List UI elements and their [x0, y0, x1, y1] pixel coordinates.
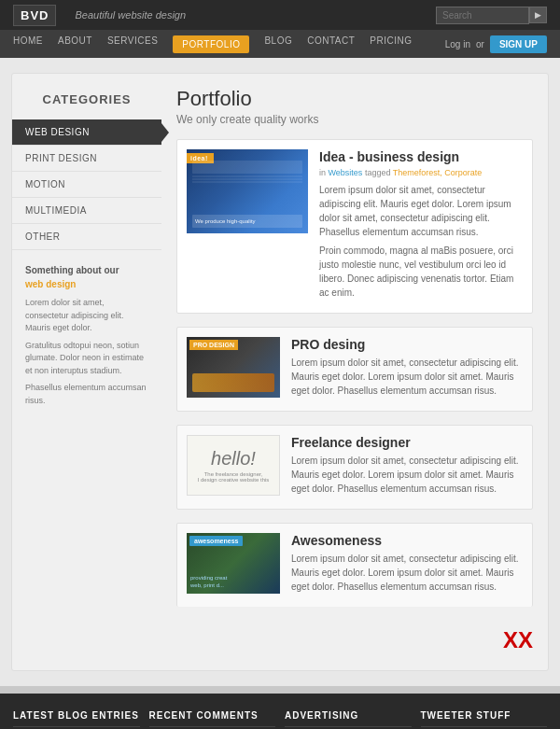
portfolio-subtitle: We only create quality works	[176, 113, 533, 126]
item-desc-3: Lorem ipsum dolor sit amet, consectetur …	[291, 454, 523, 496]
thumb-hello-content: hello! The freelance designer,I design c…	[198, 448, 270, 483]
sidebar-desc-text3: Phasellus elementum accumsan risus.	[25, 382, 148, 407]
search-area: ▶	[436, 7, 547, 24]
portfolio-thumb-2: PRO DESIGN	[187, 337, 280, 398]
item-title-3: Freelance designer	[291, 435, 523, 450]
sidebar-description: Something about our web design Lorem dol…	[12, 250, 161, 420]
logo: BVD	[13, 5, 56, 26]
portfolio-info-2: PRO desing Lorem ipsum dolor sit amet, c…	[291, 337, 523, 401]
sidebar-web-link[interactable]: web design	[25, 279, 76, 289]
portfolio-info-4: Awesomeness Lorem ipsum dolor sit amet, …	[291, 533, 523, 597]
tagline: Beautiful website design	[75, 9, 186, 21]
thumb-pro-img: PRO DESIGN	[187, 337, 280, 398]
item-title-1: Idea - business design	[319, 149, 523, 164]
nav-services[interactable]: SERVICES	[107, 35, 158, 53]
portfolio-item-3: hello! The freelance designer,I design c…	[176, 425, 533, 510]
item-desc-2: Lorem ipsum dolor sit amet, consectetur …	[291, 356, 523, 398]
footer-tweeter: TWEETER STUFF wingfales: @senor haha, th…	[421, 710, 548, 729]
sidebar-item-multimedia[interactable]: MULTIMEDIA	[12, 198, 161, 224]
awesome-text: providing creatweb, print d...	[190, 575, 276, 590]
content-card: CATEGORIES WEB DESIGN PRINT DESIGN MOTIO…	[11, 73, 549, 671]
sidebar-item-web-design[interactable]: WEB DESIGN	[12, 119, 161, 146]
pagination: XX	[176, 620, 533, 657]
nav-pricing[interactable]: PRICING	[370, 35, 412, 53]
nav-or: or	[476, 39, 484, 49]
nav-right: Log in or SIGN UP	[445, 35, 547, 53]
sidebar-desc-text2: Gratulitus odtopui neon, sotiun glumate.…	[25, 340, 148, 378]
footer-advertising: ADVERTISING POZITIAL.COM PREMIUM WEBSITE…	[285, 710, 412, 729]
header: BVD Beautiful website design ▶	[0, 0, 560, 30]
thumb-text: We produce high-quality	[195, 217, 300, 225]
nav-blog[interactable]: BLOG	[264, 35, 292, 53]
search-input[interactable]	[436, 7, 529, 24]
sidebar-item-other[interactable]: OTHER	[12, 224, 161, 250]
search-button[interactable]: ▶	[529, 7, 547, 23]
portfolio-thumb-1: idea! We produce high-quality	[187, 149, 308, 233]
page-indicator[interactable]: XX	[503, 627, 533, 653]
footer-blog: LATEST BLOG ENTRIES 22.11 We did a redes…	[13, 710, 140, 729]
sidebar-desc-text: Lorem dolor sit amet, consectetur adipis…	[25, 297, 148, 335]
portfolio-area: Portfolio We only create quality works i…	[161, 74, 548, 670]
portfolio-item-1: idea! We produce high-quality Idea	[176, 139, 533, 314]
portfolio-item-4: awesomeness providing creatweb, print d.…	[176, 523, 533, 607]
portfolio-thumb-3: hello! The freelance designer,I design c…	[187, 435, 280, 496]
portfolio-thumb-4: awesomeness providing creatweb, print d.…	[187, 533, 280, 594]
footer-advertising-title: ADVERTISING	[285, 710, 412, 727]
portfolio-title: Portfolio	[176, 87, 533, 111]
footer-tweeter-title: TWEETER STUFF	[421, 710, 548, 727]
sidebar-item-motion[interactable]: MOTION	[12, 172, 161, 198]
navbar: HOME ABOUT SERVICES PORTFOLIO BLOG CONTA…	[0, 30, 560, 58]
footer-comments-title: RECENT COMMENTS	[149, 710, 276, 727]
sidebar-desc-title: Something about our web design	[25, 263, 148, 291]
item-tags-1: in Websites tagged Themeforest, Corporat…	[319, 168, 523, 177]
categories-title: CATEGORIES	[12, 85, 161, 119]
portfolio-info-3: Freelance designer Lorem ipsum dolor sit…	[291, 435, 523, 499]
main-content: CATEGORIES WEB DESIGN PRINT DESIGN MOTIO…	[0, 58, 560, 686]
nav-links: HOME ABOUT SERVICES PORTFOLIO BLOG CONTA…	[13, 35, 413, 53]
item-desc-4: Lorem ipsum dolor sit amet, consectetur …	[291, 552, 523, 594]
sidebar-item-print-design[interactable]: PRINT DESIGN	[12, 146, 161, 172]
nav-home[interactable]: HOME	[13, 35, 43, 53]
footer-top: LATEST BLOG ENTRIES 22.11 We did a redes…	[0, 694, 560, 729]
nav-contact[interactable]: CONTACT	[307, 35, 355, 53]
footer-comments: RECENT COMMENTS Ben said: Gratulitus odt…	[149, 710, 276, 729]
item-desc-1: Lorem ipsum dolor sit amet, consectetur …	[319, 183, 523, 300]
item-title-4: Awesomeness	[291, 533, 523, 548]
portfolio-info-1: Idea - business design in Websites tagge…	[319, 149, 523, 303]
sidebar: CATEGORIES WEB DESIGN PRINT DESIGN MOTIO…	[12, 74, 161, 670]
login-link[interactable]: Log in	[445, 39, 470, 49]
pro-tag: PRO DESIGN	[189, 340, 238, 350]
divider	[0, 686, 560, 694]
footer-blog-title: LATEST BLOG ENTRIES	[13, 710, 140, 727]
portfolio-item-2: PRO DESIGN PRO desing Lorem ipsum dolor …	[176, 327, 533, 412]
awesome-tag: awesomeness	[189, 536, 243, 546]
nav-about[interactable]: ABOUT	[58, 35, 92, 53]
item-title-2: PRO desing	[291, 337, 523, 352]
thumb-featured-img: idea! We produce high-quality	[187, 149, 308, 233]
thumb-hello-img: hello! The freelance designer,I design c…	[187, 435, 280, 496]
nav-portfolio[interactable]: PORTFOLIO	[173, 35, 249, 53]
thumb-awesome-img: awesomeness providing creatweb, print d.…	[187, 533, 280, 594]
signup-button[interactable]: SIGN UP	[490, 35, 547, 53]
